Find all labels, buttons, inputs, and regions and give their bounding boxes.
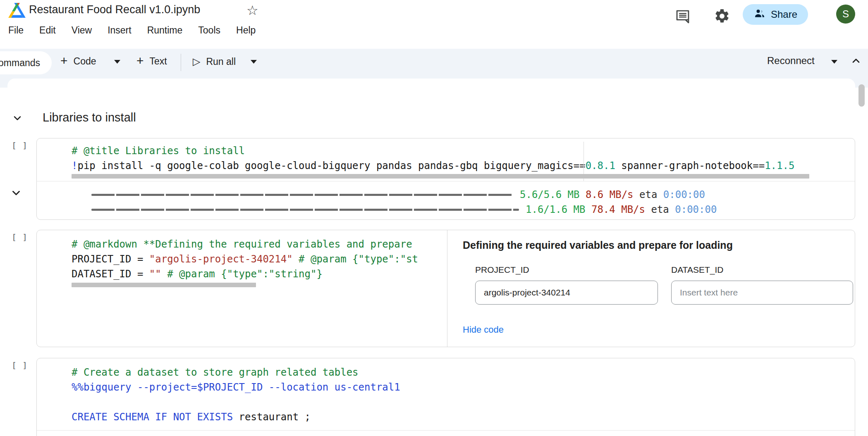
code-cell-1: # @title Libraries to install !pip insta… bbox=[36, 138, 855, 220]
colab-window: Restaurant Food Recall v1.0.ipynb ☆ File… bbox=[0, 0, 868, 436]
cell2-code-editor[interactable]: # @markdown **Defining the required vari… bbox=[37, 230, 447, 347]
plus-icon: + bbox=[60, 55, 68, 67]
code-cell-2: # @markdown **Defining the required vari… bbox=[36, 230, 855, 347]
run-all-button[interactable]: ▷ Run all bbox=[193, 56, 236, 67]
code-line: PROJECT_ID = "argolis-project-340214" # … bbox=[72, 252, 447, 267]
reconnect-caret-icon[interactable] bbox=[831, 60, 837, 64]
share-label: Share bbox=[771, 9, 797, 20]
code-line: # @title Libraries to install bbox=[72, 143, 851, 158]
code-line: # @markdown **Defining the required vari… bbox=[72, 237, 447, 252]
progress-row: 5.6/5.6 MB 8.6 MB/s eta 0:00:00 bbox=[91, 187, 851, 202]
code-line bbox=[72, 395, 851, 410]
star-icon[interactable]: ☆ bbox=[246, 2, 258, 18]
add-code-caret-icon[interactable] bbox=[114, 60, 120, 64]
dataset-id-input[interactable] bbox=[671, 281, 853, 305]
code-line: DATASET_ID = "" # @param {"type":"string… bbox=[72, 267, 447, 281]
run-all-label: Run all bbox=[206, 56, 236, 67]
cell3-run-gutter[interactable]: [ ] bbox=[12, 360, 28, 370]
settings-gear-icon[interactable] bbox=[714, 8, 730, 24]
cell1-code-editor[interactable]: # @title Libraries to install !pip insta… bbox=[72, 143, 851, 174]
code-line: !pip install -q google-colab google-clou… bbox=[72, 158, 851, 173]
cell1-output-divider bbox=[37, 181, 855, 181]
project-id-label: PROJECT_ID bbox=[475, 265, 529, 275]
add-code-label: Code bbox=[74, 56, 96, 67]
notebook-title[interactable]: Restaurant Food Recall v1.0.ipynb bbox=[29, 3, 200, 16]
cell3-output-divider bbox=[37, 430, 855, 431]
menu-tools[interactable]: Tools bbox=[198, 25, 220, 36]
progress-bar bbox=[91, 209, 519, 211]
dataset-id-label: DATASET_ID bbox=[671, 265, 723, 275]
add-code-button[interactable]: + Code bbox=[60, 56, 96, 67]
cell2-run-gutter[interactable]: [ ] bbox=[12, 232, 28, 242]
code-cell-3: # Create a dataset to store graph relate… bbox=[36, 358, 855, 436]
cell2-horizontal-scrollbar[interactable] bbox=[72, 283, 256, 287]
cell1-output: 5.6/5.6 MB 8.6 MB/s eta 0:00:00 1.6/1.6 … bbox=[91, 187, 851, 217]
menu-edit[interactable]: Edit bbox=[39, 25, 56, 36]
menu-runtime[interactable]: Runtime bbox=[147, 25, 183, 36]
add-text-label: Text bbox=[150, 56, 167, 67]
cell1-output-collapse-chevron-icon[interactable] bbox=[10, 187, 22, 199]
form-heading: Defining the required variables and prep… bbox=[463, 239, 733, 251]
menu-bar: File Edit View Insert Runtime Tools Help bbox=[8, 25, 256, 36]
play-icon: ▷ bbox=[193, 56, 200, 67]
commands-label: ommands bbox=[0, 57, 40, 69]
drive-logo-icon[interactable] bbox=[8, 3, 26, 18]
cell1-horizontal-scrollbar[interactable] bbox=[72, 174, 809, 179]
menu-file[interactable]: File bbox=[8, 25, 24, 36]
avatar-initial: S bbox=[842, 8, 849, 20]
code-line: # Create a dataset to store graph relate… bbox=[72, 365, 851, 380]
vertical-scrollbar[interactable] bbox=[858, 84, 865, 107]
header: Restaurant Food Recall v1.0.ipynb ☆ File… bbox=[0, 0, 868, 49]
progress-row: 1.6/1.6 MB 78.4 MB/s eta 0:00:00 bbox=[91, 202, 851, 217]
code-line: %%bigquery --project=$PROJECT_ID --locat… bbox=[72, 380, 851, 395]
toolbar-divider bbox=[181, 54, 181, 71]
cell3-code-editor[interactable]: # Create a dataset to store graph relate… bbox=[72, 365, 851, 427]
code-line: CREATE SCHEMA IF NOT EXISTS restaurant ; bbox=[72, 410, 851, 424]
project-id-input[interactable] bbox=[475, 281, 658, 305]
cell2-form-pane: Defining the required variables and prep… bbox=[447, 230, 855, 347]
cell1-run-gutter[interactable]: [ ] bbox=[12, 141, 28, 150]
share-people-icon bbox=[753, 7, 766, 21]
plus-icon: + bbox=[136, 55, 144, 67]
section-title: Libraries to install bbox=[43, 111, 136, 124]
menu-insert[interactable]: Insert bbox=[108, 25, 132, 36]
menu-help[interactable]: Help bbox=[236, 25, 256, 36]
hide-code-link[interactable]: Hide code bbox=[463, 324, 504, 335]
menu-view[interactable]: View bbox=[72, 25, 92, 36]
avatar[interactable]: S bbox=[836, 5, 855, 24]
section-chevron-down-icon[interactable] bbox=[12, 112, 23, 124]
collapse-toolbar-chevron-up-icon[interactable] bbox=[850, 55, 862, 67]
add-text-button[interactable]: + Text bbox=[136, 56, 167, 67]
commands-button[interactable]: ommands bbox=[0, 51, 52, 74]
run-all-caret-icon[interactable] bbox=[251, 60, 257, 64]
progress-bar bbox=[91, 194, 513, 196]
reconnect-button[interactable]: Reconnect bbox=[767, 55, 815, 67]
comment-icon[interactable] bbox=[675, 9, 691, 24]
share-button[interactable]: Share bbox=[743, 4, 808, 25]
